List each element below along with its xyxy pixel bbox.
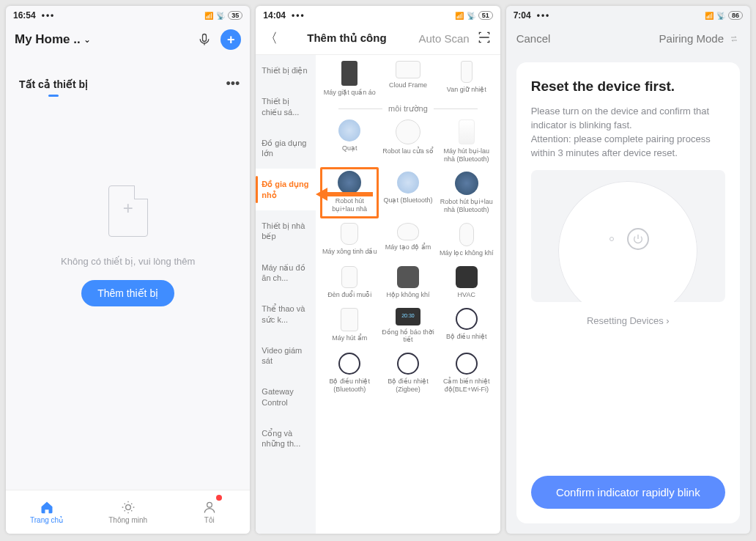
empty-file-icon (108, 185, 148, 237)
notification-badge (216, 495, 222, 501)
scan-icon (477, 30, 492, 45)
device-tabs: Tất cả thiết bị ••• (6, 57, 250, 97)
device-type-item[interactable]: Bộ điều nhiệt (437, 303, 496, 349)
status-signals: 📶📡 51 (455, 11, 493, 20)
arrow-annotation (316, 186, 374, 202)
home-dropdown[interactable]: My Home .. (15, 32, 81, 47)
resetting-devices-link[interactable]: Resetting Devices › (531, 315, 725, 326)
device-type-item[interactable]: Van giữ nhiệt (437, 56, 496, 101)
device-type-item[interactable]: Máy lọc không khí (437, 218, 496, 262)
nav-home[interactable]: Trang chủ (6, 490, 87, 534)
nav-home-label: Trang chủ (30, 516, 63, 524)
category-item[interactable]: Thiết bị nhà bếp (256, 210, 316, 252)
reset-para2: Attention: please complete pairing proce… (531, 133, 725, 161)
device-type-label: Máy lọc không khí (440, 249, 494, 257)
device-type-item[interactable]: HVAC (437, 262, 496, 303)
home-icon (40, 500, 54, 515)
mic-icon (197, 32, 212, 47)
device-type-item[interactable]: Robot lau cửa sổ (379, 115, 437, 168)
device-type-label: Cảm biến nhiệt độ(BLE+Wi-Fi) (439, 378, 494, 394)
mic-button[interactable] (196, 31, 213, 48)
device-type-label: Máy xông tinh dầu (322, 248, 377, 256)
reset-para1: Please turn on the device and confirm th… (531, 105, 725, 133)
device-type-label: Robot hút bụi+lau nhà (Bluetooth) (439, 198, 494, 214)
category-item[interactable]: Thể thao và sức k... (256, 293, 316, 335)
svg-point-2 (207, 502, 212, 507)
device-type-label: Bộ điều nhiệt (Bluetooth) (322, 378, 377, 394)
category-item[interactable]: Máy nấu đồ ăn ch... (256, 252, 316, 294)
category-item[interactable]: Thiết bị điện (256, 55, 316, 86)
device-type-label: Máy hút ẩm (332, 334, 367, 342)
reset-card: Reset the device first. Please turn on t… (516, 62, 740, 523)
confirm-button[interactable]: Confirm indicator rapidly blink (531, 476, 725, 509)
vacuum-led-icon (609, 237, 614, 241)
nav-me-label: Tôi (204, 516, 215, 524)
device-type-item[interactable]: Quạt (Bluetooth) (379, 167, 437, 218)
device-type-item[interactable]: Máy hút ẩm (320, 303, 379, 349)
battery-icon: 35 (228, 11, 242, 20)
tab-all-devices[interactable]: Tất cả thiết bị (19, 78, 88, 90)
add-device-button[interactable]: Thêm thiết bị (81, 280, 174, 306)
device-type-item[interactable]: 20:30Đồng hồ báo thời tiết (379, 303, 437, 349)
add-button[interactable]: + (220, 29, 241, 50)
device-type-item[interactable]: Máy hút bụi-lau nhà (Bluetooth) (437, 115, 496, 168)
device-type-item[interactable]: Robot hút bụi+lau nhà (Bluetooth) (437, 167, 496, 218)
screen-home: 16:54 ••• 📶📡 35 My Home .. ⌄ + Tất cả th… (6, 6, 250, 534)
back-button[interactable]: 〈 (264, 29, 282, 47)
device-illustration (531, 170, 725, 302)
device-type-item[interactable]: Máy xông tinh dầu (320, 218, 379, 262)
category-item[interactable]: Thiết bị chiếu sá... (256, 86, 316, 128)
device-type-label: Đồng hồ báo thời tiết (380, 328, 436, 345)
profile-icon (202, 500, 217, 515)
bottom-nav: Trang chủ Thông minh Tôi (6, 490, 250, 534)
device-type-item[interactable]: Máy tạo độ ẩm (379, 218, 437, 262)
nav-me[interactable]: Tôi (168, 490, 250, 534)
device-type-label: Cloud Frame (389, 81, 427, 89)
device-grid[interactable]: Máy giặt quần áoCloud FrameVan giữ nhiệt… (316, 55, 500, 534)
device-type-label: Máy giặt quần áo (324, 89, 376, 97)
sun-icon (121, 500, 136, 515)
device-type-item[interactable]: Đèn đuổi muỗi (320, 262, 379, 303)
device-type-item[interactable]: Máy giặt quần áo (320, 56, 379, 101)
device-type-item[interactable]: Hộp không khí (379, 262, 437, 303)
category-item[interactable]: Đồ gia dụng nhỏ (256, 169, 316, 210)
power-icon (632, 233, 644, 245)
category-item[interactable]: Đồ gia dụng lớn (256, 128, 316, 169)
add-device-header: 〈 Thêm thủ công Auto Scan (256, 25, 500, 54)
category-sidebar[interactable]: Thiết bị điệnThiết bị chiếu sá...Đồ gia … (256, 55, 316, 534)
nav-smart[interactable]: Thông minh (87, 490, 168, 534)
device-type-label: Bộ điều nhiệt (Zigbee) (380, 378, 436, 394)
status-bar: 7:04 ••• 📶📡 86 (506, 6, 750, 25)
device-type-item[interactable]: Cảm biến nhiệt độ(BLE+Wi-Fi) (437, 348, 496, 398)
category-item[interactable]: Gateway Control (256, 376, 316, 418)
category-item[interactable]: Video giám sát (256, 335, 316, 377)
device-type-label: Bộ điều nhiệt (446, 333, 487, 341)
more-icon: ••• (537, 10, 551, 21)
svg-rect-0 (203, 34, 207, 42)
pairing-mode-button[interactable]: Pairing Mode (659, 32, 740, 45)
more-icon: ••• (292, 10, 305, 21)
reset-heading: Reset the device first. (531, 78, 725, 95)
tab-autoscan[interactable]: Auto Scan (418, 32, 469, 45)
battery-icon: 51 (478, 11, 493, 20)
tab-more-button[interactable]: ••• (226, 76, 240, 92)
status-time: 7:04 (514, 10, 531, 21)
device-type-item[interactable]: Bộ điều nhiệt (Bluetooth) (320, 348, 379, 398)
device-type-item[interactable]: Bộ điều nhiệt (Zigbee) (379, 348, 437, 398)
device-type-item[interactable]: Quạt (320, 115, 379, 168)
tab-manual[interactable]: Thêm thủ công (282, 32, 411, 45)
empty-state: Không có thiết bị, vui lòng thêm Thêm th… (6, 97, 250, 490)
resetting-label: Resetting Devices (587, 315, 664, 326)
add-device-body: Thiết bị điệnThiết bị chiếu sá...Đồ gia … (256, 54, 500, 534)
device-type-item[interactable]: Cloud Frame (379, 56, 437, 101)
more-icon: ••• (42, 10, 56, 21)
scan-qr-button[interactable] (477, 30, 492, 47)
screen-reset-device: 7:04 ••• 📶📡 86 Cancel Pairing Mode Reset… (506, 6, 750, 534)
status-time: 14:04 (263, 10, 286, 21)
battery-icon: 86 (728, 11, 743, 20)
home-header: My Home .. ⌄ + (6, 25, 250, 57)
chevron-down-icon[interactable]: ⌄ (84, 34, 91, 45)
cancel-button[interactable]: Cancel (516, 32, 551, 45)
status-time: 16:54 (13, 10, 36, 21)
category-item[interactable]: Cổng và những th... (256, 418, 316, 460)
